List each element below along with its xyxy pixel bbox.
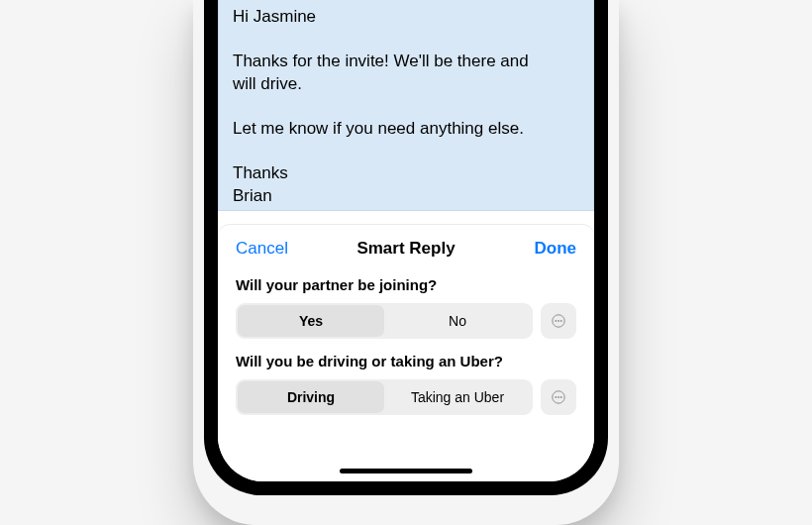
- sheet-header: Cancel Smart Reply Done: [218, 239, 594, 272]
- option-uber[interactable]: Taking an Uber: [384, 381, 531, 413]
- home-indicator[interactable]: [340, 469, 472, 473]
- svg-point-6: [558, 396, 559, 398]
- email-line: Let me know if you need anything else.: [233, 118, 579, 141]
- smart-reply-sheet: Cancel Smart Reply Done Will your partne…: [218, 225, 594, 481]
- question-block-transport: Will you be driving or taking an Uber? D…: [218, 349, 594, 425]
- ellipsis-icon: [551, 389, 566, 405]
- question-label: Will you be driving or taking an Uber?: [236, 353, 576, 369]
- svg-point-3: [560, 320, 562, 322]
- option-no[interactable]: No: [384, 305, 531, 337]
- svg-point-7: [560, 396, 562, 398]
- sheet-title: Smart Reply: [356, 239, 455, 259]
- more-options-button[interactable]: [541, 379, 576, 415]
- email-greeting: Hi Jasmine: [233, 6, 579, 29]
- question-block-partner: Will your partner be joining? Yes No: [218, 272, 594, 349]
- email-compose-area: Hi Jasmine Thanks for the invite! We'll …: [218, 0, 594, 225]
- ellipsis-icon: [551, 313, 566, 329]
- email-signoff: Thanks: [233, 162, 579, 185]
- phone-frame: Hi Jasmine Thanks for the invite! We'll …: [204, 0, 608, 495]
- email-line: Thanks for the invite! We'll be there an…: [233, 51, 579, 73]
- cancel-button[interactable]: Cancel: [236, 239, 288, 259]
- email-body-selected[interactable]: Hi Jasmine Thanks for the invite! We'll …: [218, 0, 594, 211]
- segmented-control-partner: Yes No: [236, 303, 533, 339]
- svg-point-1: [555, 320, 557, 322]
- done-button[interactable]: Done: [535, 239, 577, 259]
- segmented-control-transport: Driving Taking an Uber: [236, 379, 533, 415]
- question-label: Will your partner be joining?: [236, 276, 576, 293]
- option-driving[interactable]: Driving: [238, 381, 384, 413]
- email-line: will drive.: [233, 73, 579, 96]
- option-yes[interactable]: Yes: [238, 305, 384, 337]
- svg-point-5: [555, 396, 557, 398]
- more-options-button[interactable]: [541, 303, 576, 339]
- phone-screen: Hi Jasmine Thanks for the invite! We'll …: [218, 0, 594, 481]
- email-sender: Brian: [233, 185, 579, 208]
- svg-point-2: [558, 320, 559, 322]
